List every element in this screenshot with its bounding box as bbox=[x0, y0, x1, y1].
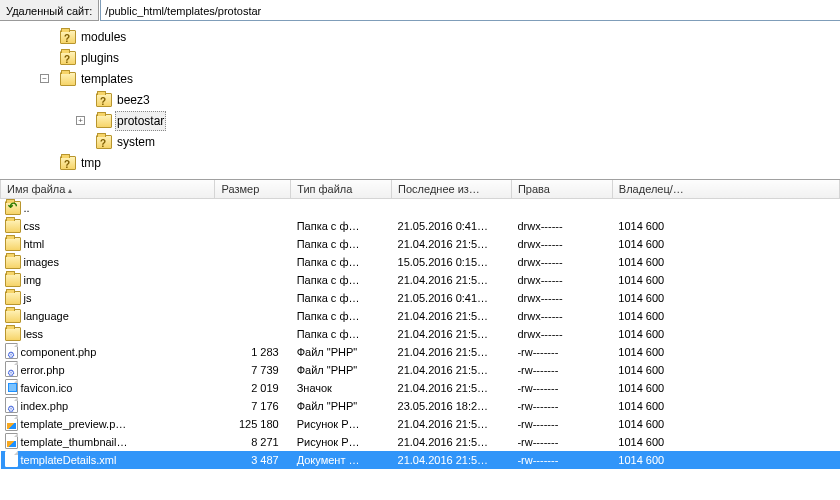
file-icon bbox=[5, 451, 18, 467]
tree-node[interactable]: system bbox=[76, 133, 836, 154]
cell-type: Папка с ф… bbox=[291, 217, 392, 235]
cell-size bbox=[215, 289, 291, 307]
cell-date: 21.04.2016 21:5… bbox=[392, 361, 512, 379]
file-row[interactable]: lessПапка с ф…21.04.2016 21:5…drwx------… bbox=[1, 325, 840, 343]
cell-type: Папка с ф… bbox=[291, 307, 392, 325]
cell-type bbox=[291, 199, 392, 217]
cell-perm bbox=[511, 199, 612, 217]
file-php-icon bbox=[5, 361, 18, 377]
file-name: css bbox=[24, 220, 41, 232]
file-row[interactable]: template_thumbnail…8 271Рисунок P…21.04.… bbox=[1, 433, 840, 451]
file-name: less bbox=[24, 328, 44, 340]
cell-owner: 1014 600 bbox=[612, 307, 839, 325]
tree-node-label[interactable]: tmp bbox=[79, 154, 103, 172]
cell-owner: 1014 600 bbox=[612, 379, 839, 397]
folder-icon bbox=[5, 255, 21, 269]
file-list-pane: Имя файла Размер Тип файла Последнее из…… bbox=[0, 180, 840, 500]
file-name: js bbox=[24, 292, 32, 304]
file-list[interactable]: Имя файла Размер Тип файла Последнее из…… bbox=[0, 180, 840, 469]
cell-date: 21.04.2016 21:5… bbox=[392, 307, 512, 325]
folder-q-icon bbox=[60, 30, 76, 44]
file-row[interactable]: error.php7 739Файл "PHP"21.04.2016 21:5…… bbox=[1, 361, 840, 379]
tree-node-label[interactable]: plugins bbox=[79, 49, 121, 67]
file-name: template_preview.p… bbox=[21, 418, 127, 430]
cell-type: Папка с ф… bbox=[291, 253, 392, 271]
folder-q-icon bbox=[60, 51, 76, 65]
cell-owner bbox=[612, 199, 839, 217]
tree-node[interactable]: tmp bbox=[40, 154, 836, 175]
cell-type: Папка с ф… bbox=[291, 271, 392, 289]
folder-tree[interactable]: modulesplugins−templatesbeez3+protostars… bbox=[0, 22, 840, 179]
file-name: html bbox=[24, 238, 45, 250]
address-label: Удаленный сайт: bbox=[0, 0, 99, 21]
col-header-type[interactable]: Тип файла bbox=[291, 180, 392, 199]
folder-icon bbox=[5, 273, 21, 287]
file-php-icon bbox=[5, 397, 18, 413]
cell-perm: drwx------ bbox=[511, 253, 612, 271]
file-row[interactable]: component.php1 283Файл "PHP"21.04.2016 2… bbox=[1, 343, 840, 361]
cell-type: Файл "PHP" bbox=[291, 343, 392, 361]
col-header-name[interactable]: Имя файла bbox=[1, 180, 215, 199]
cell-date: 21.04.2016 21:5… bbox=[392, 343, 512, 361]
cell-perm: -rw------- bbox=[511, 451, 612, 469]
tree-node-label[interactable]: beez3 bbox=[115, 91, 152, 109]
remote-tree-pane: Удаленный сайт: /public_html/templates/p… bbox=[0, 0, 840, 180]
file-row[interactable]: index.php7 176Файл "PHP"23.05.2016 18:2…… bbox=[1, 397, 840, 415]
folder-q-icon bbox=[96, 93, 112, 107]
cell-date: 21.05.2016 0:41… bbox=[392, 289, 512, 307]
tree-node-label[interactable]: system bbox=[115, 133, 157, 151]
tree-node-label[interactable]: modules bbox=[79, 28, 128, 46]
file-name: images bbox=[24, 256, 59, 268]
col-header-perm[interactable]: Права bbox=[511, 180, 612, 199]
cell-perm: -rw------- bbox=[511, 415, 612, 433]
file-row[interactable]: templateDetails.xml3 487Документ …21.04.… bbox=[1, 451, 840, 469]
col-header-size[interactable]: Размер bbox=[215, 180, 291, 199]
cell-perm: drwx------ bbox=[511, 217, 612, 235]
tree-node[interactable]: −templatesbeez3+protostarsystem bbox=[40, 70, 836, 154]
file-row[interactable]: imgПапка с ф…21.04.2016 21:5…drwx------1… bbox=[1, 271, 840, 289]
folder-up-icon bbox=[5, 201, 21, 215]
cell-owner: 1014 600 bbox=[612, 343, 839, 361]
file-row[interactable]: .. bbox=[1, 199, 840, 217]
cell-type: Файл "PHP" bbox=[291, 397, 392, 415]
expand-icon[interactable]: + bbox=[76, 116, 85, 125]
tree-node[interactable]: modules bbox=[40, 28, 836, 49]
address-path[interactable]: /public_html/templates/protostar bbox=[100, 0, 840, 21]
folder-icon bbox=[5, 309, 21, 323]
file-img-icon bbox=[5, 415, 18, 431]
folder-q-icon bbox=[60, 156, 76, 170]
cell-type: Документ … bbox=[291, 451, 392, 469]
cell-type: Файл "PHP" bbox=[291, 361, 392, 379]
tree-node-label[interactable]: protostar bbox=[115, 111, 166, 131]
file-name: templateDetails.xml bbox=[21, 454, 117, 466]
cell-perm: -rw------- bbox=[511, 343, 612, 361]
tree-node-label[interactable]: templates bbox=[79, 70, 135, 88]
cell-size: 7 176 bbox=[215, 397, 291, 415]
col-header-owner[interactable]: Владелец/… bbox=[612, 180, 839, 199]
cell-type: Папка с ф… bbox=[291, 325, 392, 343]
cell-perm: drwx------ bbox=[511, 307, 612, 325]
cell-owner: 1014 600 bbox=[612, 361, 839, 379]
cell-perm: -rw------- bbox=[511, 361, 612, 379]
file-row[interactable]: cssПапка с ф…21.05.2016 0:41…drwx------1… bbox=[1, 217, 840, 235]
file-name: component.php bbox=[21, 346, 97, 358]
cell-date: 23.05.2016 18:2… bbox=[392, 397, 512, 415]
cell-size bbox=[215, 217, 291, 235]
tree-node[interactable]: plugins bbox=[40, 49, 836, 70]
file-row[interactable]: imagesПапка с ф…15.05.2016 0:15…drwx----… bbox=[1, 253, 840, 271]
cell-perm: -rw------- bbox=[511, 379, 612, 397]
tree-node[interactable]: +protostar bbox=[76, 112, 836, 133]
file-row[interactable]: jsПапка с ф…21.05.2016 0:41…drwx------10… bbox=[1, 289, 840, 307]
cell-size: 125 180 bbox=[215, 415, 291, 433]
cell-owner: 1014 600 bbox=[612, 415, 839, 433]
tree-node[interactable]: beez3 bbox=[76, 91, 836, 112]
collapse-icon[interactable]: − bbox=[40, 74, 49, 83]
file-php-icon bbox=[5, 343, 18, 359]
file-row[interactable]: languageПапка с ф…21.04.2016 21:5…drwx--… bbox=[1, 307, 840, 325]
col-header-date[interactable]: Последнее из… bbox=[392, 180, 512, 199]
file-row[interactable]: htmlПапка с ф…21.04.2016 21:5…drwx------… bbox=[1, 235, 840, 253]
cell-date: 21.04.2016 21:5… bbox=[392, 415, 512, 433]
folder-icon bbox=[96, 114, 112, 128]
file-row[interactable]: template_preview.p…125 180Рисунок P…21.0… bbox=[1, 415, 840, 433]
file-row[interactable]: favicon.ico2 019Значок21.04.2016 21:5…-r… bbox=[1, 379, 840, 397]
